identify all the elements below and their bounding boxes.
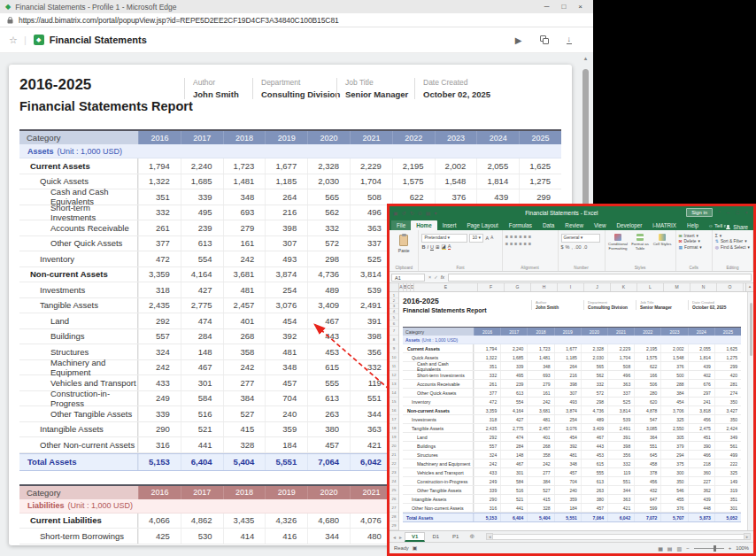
minimize-button[interactable]: ─ bbox=[544, 3, 550, 11]
qat-icon[interactable]: ▣ bbox=[393, 210, 398, 216]
number-icon[interactable]: $ bbox=[561, 244, 564, 250]
row-number[interactable]: 12 bbox=[390, 371, 398, 380]
sheet-nav-left-icon[interactable]: ◂ bbox=[392, 534, 397, 540]
insert-cells-button[interactable]: ⊞Insert ▾ bbox=[679, 234, 709, 238]
column-header[interactable]: F bbox=[478, 283, 505, 291]
cell-styles-button[interactable]: Cell Styles bbox=[652, 234, 673, 263]
align-icon[interactable]: ≡ bbox=[524, 234, 527, 239]
sheet-nav-right-icon[interactable]: ▸ bbox=[398, 534, 403, 540]
row-number[interactable]: 20 bbox=[390, 442, 398, 451]
download-icon[interactable]: ↓ bbox=[567, 35, 573, 44]
shrink-font-icon[interactable]: A bbox=[490, 236, 493, 240]
ribbon-tab-help[interactable]: Help bbox=[682, 220, 704, 230]
number-format-select[interactable]: General ▾ bbox=[561, 234, 600, 243]
number-format-icons[interactable]: $%,.00.0 bbox=[561, 244, 602, 250]
window-button[interactable]: ^ bbox=[718, 210, 721, 215]
url-text[interactable]: https://aud.bimatrix.com/portal/popupVie… bbox=[19, 16, 339, 25]
sheet-scroll-up-icon[interactable]: ▴ bbox=[745, 283, 753, 291]
delete-cells-button[interactable]: ⊠Delete ▾ bbox=[679, 239, 709, 243]
macro-record-icon[interactable]: ▣ bbox=[413, 545, 417, 551]
qat-icon[interactable]: ↺ bbox=[402, 210, 406, 216]
row-number[interactable]: 18 bbox=[390, 424, 398, 433]
align-icon[interactable]: ≡ bbox=[510, 241, 513, 246]
number-icon[interactable]: .0 bbox=[583, 244, 588, 250]
sheet-tab-d1[interactable]: D1 bbox=[426, 533, 445, 540]
horizontal-scrollbar[interactable]: ◂ ▸ bbox=[486, 533, 751, 540]
column-header[interactable]: O bbox=[717, 283, 744, 291]
sheet-tab-v1[interactable]: V1 bbox=[405, 532, 425, 542]
ribbon-tab-data[interactable]: Data bbox=[537, 220, 559, 230]
column-header[interactable]: J bbox=[584, 283, 611, 291]
row-number[interactable]: 25 bbox=[390, 486, 398, 495]
scrollbar-up-arrow[interactable]: ▴ bbox=[581, 55, 590, 64]
row-number[interactable]: 16 bbox=[390, 406, 398, 415]
normal-view-icon[interactable]: ▦ bbox=[658, 545, 663, 552]
row-number[interactable]: 21 bbox=[390, 451, 398, 459]
column-header[interactable]: L bbox=[637, 283, 664, 291]
row-number[interactable]: 13 bbox=[390, 380, 398, 389]
hscroll-left-icon[interactable]: ◂ bbox=[486, 533, 493, 540]
column-header[interactable]: K bbox=[611, 283, 637, 291]
name-box[interactable]: A1 bbox=[391, 274, 425, 282]
borders-button[interactable]: ⊞ bbox=[436, 244, 440, 250]
row-number[interactable]: 11 bbox=[390, 362, 398, 371]
sheet-area[interactable]: 2016-2025 Financial Statements Report Au… bbox=[399, 292, 753, 530]
ribbon-tab-insert[interactable]: Insert bbox=[437, 220, 462, 230]
qat-icon[interactable]: ↻ bbox=[410, 210, 414, 216]
row-number[interactable]: 7 bbox=[390, 327, 398, 336]
row-number[interactable]: 9 bbox=[390, 344, 398, 353]
row-number[interactable]: 23 bbox=[390, 468, 398, 477]
hscroll-right-icon[interactable]: ▸ bbox=[744, 533, 751, 540]
row-number[interactable]: 19 bbox=[390, 433, 398, 442]
ribbon-tab-formulas[interactable]: Formulas bbox=[504, 220, 537, 230]
zoom-in-icon[interactable]: + bbox=[729, 545, 732, 551]
conditional-formatting-button[interactable]: Conditional Formatting bbox=[608, 234, 629, 263]
copy-icon[interactable] bbox=[540, 35, 549, 44]
sheet-vertical-scrollbar[interactable] bbox=[747, 292, 753, 530]
favorite-star-icon[interactable]: ☆ bbox=[9, 35, 18, 46]
hscroll-track[interactable] bbox=[493, 534, 744, 540]
run-report-icon[interactable]: ▶ bbox=[515, 35, 522, 45]
paste-button[interactable]: Paste bbox=[398, 248, 410, 253]
insert-function-icon[interactable]: fx bbox=[441, 274, 444, 280]
align-icon[interactable]: ≡ bbox=[528, 234, 531, 239]
sheet-tab-p1[interactable]: P1 bbox=[446, 533, 465, 540]
row-number[interactable]: 10 bbox=[390, 353, 398, 362]
ribbon-tab-home[interactable]: Home bbox=[411, 220, 437, 230]
font-name-select[interactable]: Pretendard ▾ bbox=[421, 234, 467, 243]
zoom-slider[interactable] bbox=[694, 548, 724, 549]
number-icon[interactable]: % bbox=[566, 244, 570, 250]
bold-button[interactable]: B bbox=[421, 244, 425, 250]
row-number[interactable]: 14 bbox=[390, 389, 398, 398]
row-number[interactable]: 22 bbox=[390, 459, 398, 468]
row-number[interactable]: 5 bbox=[390, 314, 398, 320]
ribbon-tab-developer[interactable]: Developer bbox=[612, 220, 648, 230]
align-icon[interactable]: ≡ bbox=[510, 234, 513, 239]
select-all-corner[interactable] bbox=[390, 283, 399, 291]
column-header[interactable]: E bbox=[414, 283, 478, 291]
format-cells-button[interactable]: ▦Format ▾ bbox=[679, 245, 709, 250]
align-icon[interactable]: ≡ bbox=[519, 234, 521, 239]
cancel-entry-icon[interactable]: × bbox=[428, 274, 431, 280]
font-color-button[interactable]: A bbox=[448, 244, 451, 251]
qat-icon[interactable]: ▤ bbox=[426, 210, 431, 216]
excel-window-buttons[interactable]: ^─□× bbox=[718, 210, 750, 215]
row-number[interactable]: 6 bbox=[390, 320, 398, 327]
align-icon[interactable]: ≡ bbox=[505, 234, 508, 239]
align-icon[interactable]: ≡ bbox=[528, 241, 531, 246]
ribbon-tab-page-layout[interactable]: Page Layout bbox=[461, 220, 503, 230]
share-button[interactable]: Share bbox=[726, 224, 752, 230]
italic-button[interactable]: I bbox=[427, 244, 428, 250]
column-header[interactable]: G bbox=[505, 283, 531, 291]
paste-clipboard-icon[interactable] bbox=[399, 235, 408, 246]
row-number[interactable]: 17 bbox=[390, 415, 398, 424]
column-header[interactable]: H bbox=[531, 283, 558, 291]
row-number[interactable]: 28 bbox=[390, 513, 398, 521]
maximize-button[interactable]: □ bbox=[561, 3, 566, 11]
enter-entry-icon[interactable]: ✓ bbox=[434, 274, 438, 280]
grow-font-icon[interactable]: A bbox=[485, 236, 489, 241]
worksheet[interactable]: 1234567891011121314151617181920212223242… bbox=[390, 292, 753, 530]
number-icon[interactable]: .00 bbox=[575, 244, 582, 250]
window-button[interactable]: □ bbox=[736, 210, 738, 215]
find-select-button[interactable]: ◎Find & Select ▾ bbox=[715, 245, 750, 250]
